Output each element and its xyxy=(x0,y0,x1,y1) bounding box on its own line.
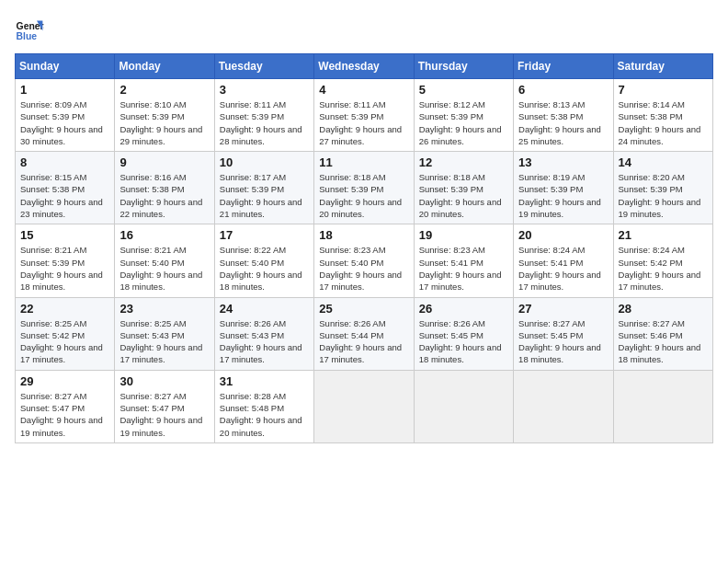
calendar-day-cell: 17Sunrise: 8:22 AMSunset: 5:40 PMDayligh… xyxy=(214,224,313,297)
day-number: 7 xyxy=(619,83,708,97)
calendar-day-cell: 10Sunrise: 8:17 AMSunset: 5:39 PMDayligh… xyxy=(214,152,313,224)
day-info: Sunrise: 8:27 AMSunset: 5:45 PMDaylight:… xyxy=(518,317,608,366)
day-number: 12 xyxy=(419,155,508,169)
day-info: Sunrise: 8:23 AMSunset: 5:41 PMDaylight:… xyxy=(419,244,508,293)
day-number: 15 xyxy=(20,228,109,242)
day-info: Sunrise: 8:21 AMSunset: 5:40 PMDaylight:… xyxy=(119,244,209,293)
day-info: Sunrise: 8:27 AMSunset: 5:47 PMDaylight:… xyxy=(119,390,209,439)
day-number: 10 xyxy=(220,155,309,169)
calendar-week-row: 1Sunrise: 8:09 AMSunset: 5:39 PMDaylight… xyxy=(16,79,713,152)
day-info: Sunrise: 8:24 AMSunset: 5:42 PMDaylight:… xyxy=(619,244,708,293)
calendar-day-cell: 11Sunrise: 8:18 AMSunset: 5:39 PMDayligh… xyxy=(314,152,414,224)
page-header: General Blue xyxy=(15,15,713,44)
day-info: Sunrise: 8:13 AMSunset: 5:38 PMDaylight:… xyxy=(518,98,608,147)
column-header-sunday: Sunday xyxy=(16,54,115,79)
day-number: 26 xyxy=(419,302,508,316)
day-info: Sunrise: 8:20 AMSunset: 5:39 PMDaylight:… xyxy=(619,171,708,220)
calendar-week-row: 22Sunrise: 8:25 AMSunset: 5:42 PMDayligh… xyxy=(16,297,713,370)
day-number: 21 xyxy=(619,228,708,242)
day-info: Sunrise: 8:27 AMSunset: 5:46 PMDaylight:… xyxy=(619,317,708,366)
calendar-day-cell: 15Sunrise: 8:21 AMSunset: 5:39 PMDayligh… xyxy=(16,224,115,297)
calendar-day-cell: 5Sunrise: 8:12 AMSunset: 5:39 PMDaylight… xyxy=(414,79,513,152)
day-number: 8 xyxy=(20,155,109,169)
calendar-day-cell: 2Sunrise: 8:10 AMSunset: 5:39 PMDaylight… xyxy=(115,79,214,152)
day-number: 17 xyxy=(220,228,309,242)
calendar-day-cell: 4Sunrise: 8:11 AMSunset: 5:39 PMDaylight… xyxy=(314,79,414,152)
day-number: 22 xyxy=(20,302,109,316)
day-number: 19 xyxy=(419,228,508,242)
calendar-day-cell: 27Sunrise: 8:27 AMSunset: 5:45 PMDayligh… xyxy=(514,297,613,370)
day-number: 27 xyxy=(518,302,608,316)
calendar-day-cell: 16Sunrise: 8:21 AMSunset: 5:40 PMDayligh… xyxy=(115,224,214,297)
day-info: Sunrise: 8:26 AMSunset: 5:43 PMDaylight:… xyxy=(220,317,309,366)
calendar-day-cell: 13Sunrise: 8:19 AMSunset: 5:39 PMDayligh… xyxy=(514,152,613,224)
calendar-table: SundayMondayTuesdayWednesdayThursdayFrid… xyxy=(15,53,713,443)
day-info: Sunrise: 8:18 AMSunset: 5:39 PMDaylight:… xyxy=(419,171,508,220)
day-number: 14 xyxy=(619,155,708,169)
day-number: 28 xyxy=(619,302,708,316)
calendar-day-cell: 12Sunrise: 8:18 AMSunset: 5:39 PMDayligh… xyxy=(414,152,513,224)
column-header-saturday: Saturday xyxy=(613,54,712,79)
calendar-day-cell: 26Sunrise: 8:26 AMSunset: 5:45 PMDayligh… xyxy=(414,297,513,370)
day-number: 6 xyxy=(518,83,608,97)
day-number: 31 xyxy=(220,374,309,388)
day-info: Sunrise: 8:18 AMSunset: 5:39 PMDaylight:… xyxy=(319,171,408,220)
logo-icon: General Blue xyxy=(15,15,44,44)
day-info: Sunrise: 8:11 AMSunset: 5:39 PMDaylight:… xyxy=(319,98,408,147)
empty-cell xyxy=(414,370,513,442)
day-number: 3 xyxy=(220,83,309,97)
calendar-day-cell: 7Sunrise: 8:14 AMSunset: 5:38 PMDaylight… xyxy=(613,79,712,152)
day-number: 9 xyxy=(119,155,209,169)
day-number: 16 xyxy=(119,228,209,242)
calendar-week-row: 8Sunrise: 8:15 AMSunset: 5:38 PMDaylight… xyxy=(16,152,713,224)
svg-text:Blue: Blue xyxy=(17,31,38,41)
day-info: Sunrise: 8:21 AMSunset: 5:39 PMDaylight:… xyxy=(20,244,109,293)
day-number: 24 xyxy=(220,302,309,316)
empty-cell xyxy=(514,370,613,442)
day-number: 2 xyxy=(119,83,209,97)
logo: General Blue xyxy=(15,15,44,44)
day-info: Sunrise: 8:24 AMSunset: 5:41 PMDaylight:… xyxy=(518,244,608,293)
day-info: Sunrise: 8:27 AMSunset: 5:47 PMDaylight:… xyxy=(20,390,109,439)
column-header-tuesday: Tuesday xyxy=(214,54,313,79)
empty-cell xyxy=(613,370,712,442)
calendar-day-cell: 21Sunrise: 8:24 AMSunset: 5:42 PMDayligh… xyxy=(613,224,712,297)
calendar-day-cell: 25Sunrise: 8:26 AMSunset: 5:44 PMDayligh… xyxy=(314,297,414,370)
day-info: Sunrise: 8:26 AMSunset: 5:44 PMDaylight:… xyxy=(319,317,408,366)
day-info: Sunrise: 8:15 AMSunset: 5:38 PMDaylight:… xyxy=(20,171,109,220)
day-info: Sunrise: 8:12 AMSunset: 5:39 PMDaylight:… xyxy=(419,98,508,147)
calendar-day-cell: 24Sunrise: 8:26 AMSunset: 5:43 PMDayligh… xyxy=(214,297,313,370)
calendar-day-cell: 18Sunrise: 8:23 AMSunset: 5:40 PMDayligh… xyxy=(314,224,414,297)
calendar-week-row: 15Sunrise: 8:21 AMSunset: 5:39 PMDayligh… xyxy=(16,224,713,297)
calendar-day-cell: 28Sunrise: 8:27 AMSunset: 5:46 PMDayligh… xyxy=(613,297,712,370)
day-info: Sunrise: 8:23 AMSunset: 5:40 PMDaylight:… xyxy=(319,244,408,293)
day-number: 4 xyxy=(319,83,408,97)
day-number: 13 xyxy=(518,155,608,169)
day-number: 1 xyxy=(20,83,109,97)
calendar-day-cell: 29Sunrise: 8:27 AMSunset: 5:47 PMDayligh… xyxy=(16,370,115,442)
day-info: Sunrise: 8:17 AMSunset: 5:39 PMDaylight:… xyxy=(220,171,309,220)
calendar-day-cell: 19Sunrise: 8:23 AMSunset: 5:41 PMDayligh… xyxy=(414,224,513,297)
day-number: 25 xyxy=(319,302,408,316)
calendar-day-cell: 1Sunrise: 8:09 AMSunset: 5:39 PMDaylight… xyxy=(16,79,115,152)
day-info: Sunrise: 8:10 AMSunset: 5:39 PMDaylight:… xyxy=(119,98,209,147)
calendar-header-row: SundayMondayTuesdayWednesdayThursdayFrid… xyxy=(16,54,713,79)
day-info: Sunrise: 8:19 AMSunset: 5:39 PMDaylight:… xyxy=(518,171,608,220)
day-info: Sunrise: 8:11 AMSunset: 5:39 PMDaylight:… xyxy=(220,98,309,147)
calendar-day-cell: 8Sunrise: 8:15 AMSunset: 5:38 PMDaylight… xyxy=(16,152,115,224)
day-number: 5 xyxy=(419,83,508,97)
column-header-friday: Friday xyxy=(514,54,613,79)
calendar-day-cell: 3Sunrise: 8:11 AMSunset: 5:39 PMDaylight… xyxy=(214,79,313,152)
day-number: 20 xyxy=(518,228,608,242)
column-header-wednesday: Wednesday xyxy=(314,54,414,79)
calendar-day-cell: 22Sunrise: 8:25 AMSunset: 5:42 PMDayligh… xyxy=(16,297,115,370)
calendar-day-cell: 31Sunrise: 8:28 AMSunset: 5:48 PMDayligh… xyxy=(214,370,313,442)
column-header-thursday: Thursday xyxy=(414,54,513,79)
calendar-day-cell: 30Sunrise: 8:27 AMSunset: 5:47 PMDayligh… xyxy=(115,370,214,442)
day-info: Sunrise: 8:26 AMSunset: 5:45 PMDaylight:… xyxy=(419,317,508,366)
day-info: Sunrise: 8:28 AMSunset: 5:48 PMDaylight:… xyxy=(220,390,309,439)
empty-cell xyxy=(314,370,414,442)
day-info: Sunrise: 8:16 AMSunset: 5:38 PMDaylight:… xyxy=(119,171,209,220)
column-header-monday: Monday xyxy=(115,54,214,79)
calendar-week-row: 29Sunrise: 8:27 AMSunset: 5:47 PMDayligh… xyxy=(16,370,713,442)
